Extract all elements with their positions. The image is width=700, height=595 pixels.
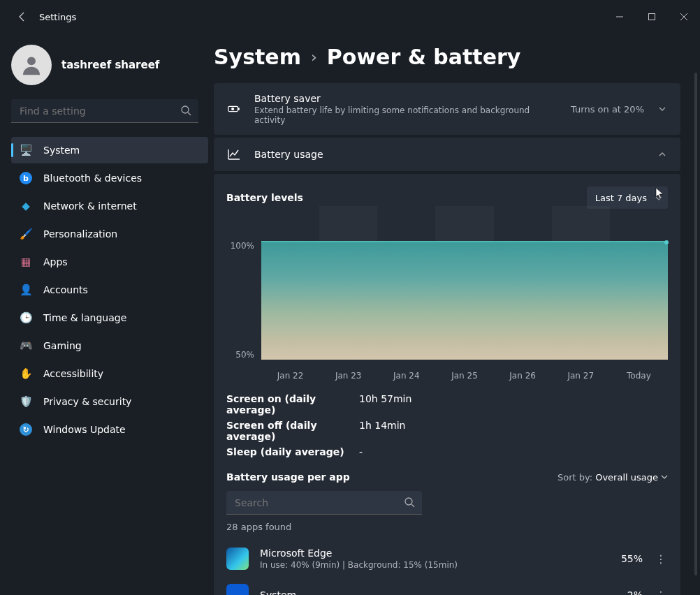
nav-icon: b [20, 172, 32, 184]
person-icon [20, 53, 43, 77]
stat-value: 1h 14min [359, 420, 405, 442]
nav-icon: 🕒 [20, 311, 32, 324]
sidebar-item-windows-update[interactable]: ↻Windows Update [11, 416, 208, 443]
app-search-input[interactable] [226, 491, 422, 515]
crumb-parent[interactable]: System [214, 45, 301, 69]
sidebar-item-network-internet[interactable]: ◆Network & internet [11, 193, 208, 219]
battery-saver-value: Turns on at 20% [571, 104, 644, 115]
stat-value: 10h 57min [359, 393, 411, 416]
sidebar-item-label: Accounts [43, 284, 88, 295]
app-sub: In use: 40% (9min) | Background: 15% (15… [260, 560, 597, 570]
scrollbar[interactable] [694, 73, 697, 575]
user-name: tashreef shareef [61, 59, 159, 71]
sidebar-item-apps[interactable]: ▦Apps [11, 249, 208, 275]
x-tick: Jan 25 [435, 371, 493, 381]
battery-stats: Screen on (daily average)10h 57min Scree… [226, 393, 668, 457]
more-button[interactable]: ⋮ [654, 589, 668, 596]
sidebar-item-accounts[interactable]: 👤Accounts [11, 277, 208, 303]
content[interactable]: System › Power & battery Battery saver E… [214, 34, 700, 595]
app-row[interactable]: System2%⋮ [226, 577, 668, 595]
nav: 🖥️SystembBluetooth & devices◆Network & i… [11, 137, 208, 443]
page-title: Power & battery [327, 45, 521, 69]
app-icon [226, 584, 249, 595]
sidebar-item-gaming[interactable]: 🎮Gaming [11, 332, 208, 359]
battery-usage-title: Battery usage [254, 149, 644, 160]
app-name: System [260, 589, 597, 595]
sort-dropdown[interactable]: Sort by: Overall usage [557, 472, 668, 483]
sidebar-item-accessibility[interactable]: ✋Accessibility [11, 360, 208, 387]
arrow-left-icon [17, 11, 28, 22]
chevron-up-icon [657, 149, 668, 160]
breadcrumb: System › Power & battery [214, 45, 680, 69]
sidebar-item-label: Apps [43, 256, 68, 267]
close-button[interactable] [668, 6, 700, 28]
svg-rect-6 [238, 108, 240, 110]
back-button[interactable] [11, 6, 34, 28]
stat-label: Sleep (daily average) [226, 446, 359, 457]
battery-saver-title: Battery saver [254, 93, 558, 104]
nav-icon: ◆ [20, 200, 32, 212]
sidebar-item-system[interactable]: 🖥️System [11, 137, 208, 163]
nav-icon: 🖌️ [20, 228, 32, 240]
chevron-down-icon [655, 193, 662, 204]
nav-icon: 🖥️ [20, 144, 32, 156]
chevron-down-icon [657, 103, 668, 115]
search-icon [180, 105, 191, 119]
battery-levels-chart: 100%50% Jan 22Jan 23Jan 24Jan 25Jan 26Ja… [226, 220, 668, 381]
x-tick: Jan 27 [552, 371, 610, 381]
sidebar-item-privacy-security[interactable]: 🛡️Privacy & security [11, 388, 208, 415]
sidebar-item-label: Time & language [43, 312, 126, 323]
minimize-button[interactable] [604, 6, 636, 28]
nav-icon: ✋ [20, 367, 32, 380]
svg-point-2 [27, 57, 36, 65]
avatar [11, 45, 52, 85]
svg-point-3 [182, 106, 189, 113]
sidebar-item-label: Network & internet [43, 200, 137, 212]
svg-point-7 [231, 108, 234, 110]
sort-prefix: Sort by: [557, 472, 592, 483]
app-pct: 2% [608, 589, 643, 595]
window-title: Settings [39, 12, 76, 22]
sidebar-item-label: Accessibility [43, 368, 103, 379]
x-tick: Jan 24 [377, 371, 435, 381]
per-app-title: Battery usage per app [226, 471, 350, 483]
nav-icon: ↻ [20, 423, 32, 436]
battery-usage-header[interactable]: Battery usage [214, 138, 680, 171]
user-block[interactable]: tashreef shareef [11, 45, 208, 85]
stat-value: - [359, 446, 363, 457]
y-tick: 100% [226, 241, 254, 251]
sidebar-item-label: Bluetooth & devices [43, 172, 142, 184]
sort-value: Overall usage [595, 472, 658, 483]
battery-levels-title: Battery levels [226, 192, 303, 203]
x-tick: Jan 26 [494, 371, 552, 381]
sidebar-item-personalization[interactable]: 🖌️Personalization [11, 221, 208, 247]
sidebar-item-label: Windows Update [43, 424, 126, 435]
app-row[interactable]: Microsoft EdgeIn use: 40% (9min) | Backg… [226, 541, 668, 577]
battery-saver-row[interactable]: Battery saver Extend battery life by lim… [214, 83, 680, 135]
chevron-right-icon: › [311, 48, 317, 66]
x-tick: Jan 23 [319, 371, 377, 381]
search-icon [404, 497, 415, 510]
apps-found-label: 28 apps found [226, 522, 668, 532]
maximize-button[interactable] [636, 6, 668, 28]
window-controls [604, 6, 700, 28]
app-search[interactable] [226, 491, 422, 515]
nav-icon: 👤 [20, 284, 32, 296]
stat-label: Screen off (daily average) [226, 420, 359, 442]
chart-area [261, 241, 668, 360]
app-pct: 55% [608, 553, 643, 564]
svg-line-9 [411, 504, 414, 507]
svg-rect-1 [649, 14, 655, 20]
settings-search[interactable] [11, 99, 198, 123]
more-button[interactable]: ⋮ [654, 552, 668, 566]
app-icon [226, 548, 249, 570]
sidebar-item-label: Gaming [43, 340, 82, 351]
search-input[interactable] [11, 99, 198, 123]
x-tick: Jan 22 [261, 371, 319, 381]
title-bar: Settings [0, 0, 700, 34]
nav-icon: ▦ [20, 256, 32, 268]
sidebar-item-bluetooth-devices[interactable]: bBluetooth & devices [11, 165, 208, 191]
nav-icon: 🛡️ [20, 395, 32, 408]
chevron-down-icon [661, 472, 668, 483]
sidebar-item-time-language[interactable]: 🕒Time & language [11, 304, 208, 331]
